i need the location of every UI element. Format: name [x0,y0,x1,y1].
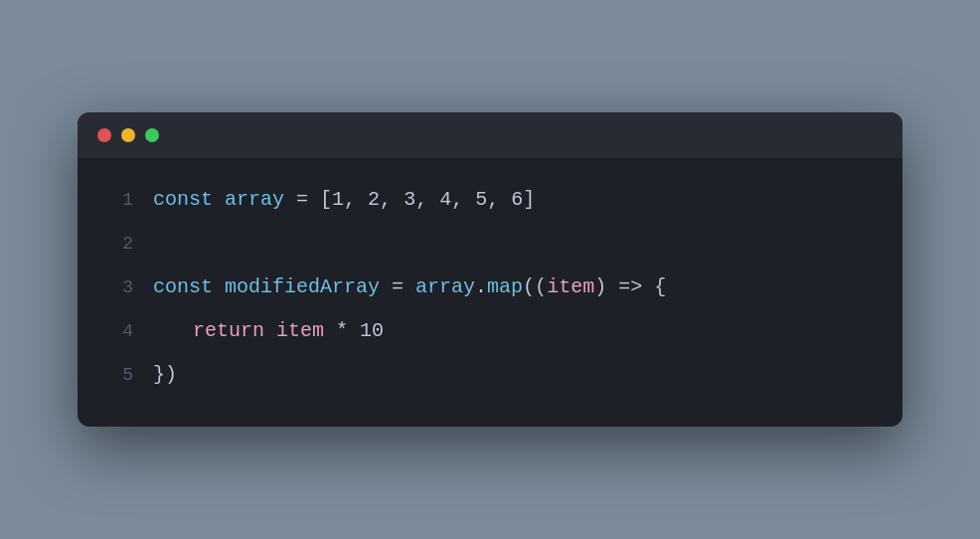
line-number-5: 5 [97,356,133,396]
code-line-2: 2 [97,222,883,266]
bracket-open: [ [320,178,332,222]
comma-2: , [380,178,404,222]
line-4-content: return item * 10 [153,309,384,353]
var-modifiedarray: modifiedArray [225,266,380,309]
var-array: array [225,178,284,222]
line-number-3: 3 [97,269,133,308]
code-editor: 1 const array = [ 1 , 2 , 3 , 4 , 5 , 6 … [78,158,902,427]
brace-close: }) [153,353,177,397]
ref-array: array [415,266,475,309]
num-10: 10 [360,309,384,353]
code-line-1: 1 const array = [ 1 , 2 , 3 , 4 , 5 , 6 … [97,178,883,222]
line-3-content: const modifiedArray = array . map (( ite… [153,266,666,309]
brace-open: { [654,266,666,309]
keyword-return: return [193,309,276,353]
num-5: 5 [475,178,487,222]
method-map: map [487,266,523,309]
arrow-op: => [618,266,654,309]
num-3: 3 [404,178,415,222]
op-equals-1: = [284,178,320,222]
comma-4: , [451,178,475,222]
code-line-4: 4 return item * 10 [97,309,883,353]
keyword-const-1: const [153,178,225,222]
close-button[interactable] [97,128,111,142]
comma-5: , [487,178,511,222]
titlebar [78,112,902,158]
num-2: 2 [368,178,380,222]
op-equals-2: = [380,266,415,309]
paren-open: (( [523,266,547,309]
maximize-button[interactable] [145,128,159,142]
dot-map: . [475,266,487,309]
num-4: 4 [439,178,451,222]
code-line-3: 3 const modifiedArray = array . map (( i… [97,266,883,309]
code-window: 1 const array = [ 1 , 2 , 3 , 4 , 5 , 6 … [78,112,902,427]
keyword-const-2: const [153,266,225,309]
comma-3: , [415,178,439,222]
code-line-5: 5 }) [97,353,883,397]
line-number-4: 4 [97,312,133,352]
comma-1: , [344,178,368,222]
line-number-2: 2 [97,225,133,265]
line-1-content: const array = [ 1 , 2 , 3 , 4 , 5 , 6 ] [153,178,535,222]
line-number-1: 1 [97,181,133,221]
line-5-content: }) [153,353,177,397]
line-2-content [153,222,165,266]
num-6: 6 [511,178,523,222]
op-multiply: * [324,309,360,353]
ref-item: item [276,309,324,353]
minimize-button[interactable] [121,128,135,142]
bracket-close: ] [523,178,535,222]
num-1: 1 [332,178,344,222]
paren-close: ) [594,266,618,309]
param-item: item [547,266,594,309]
